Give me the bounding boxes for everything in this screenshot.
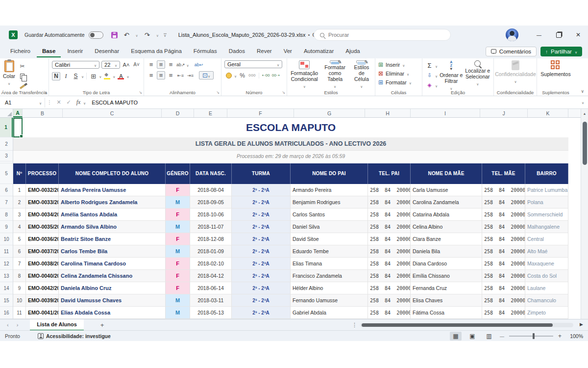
cell-processo[interactable]: EMO-0038/202 — [26, 258, 59, 269]
cell-n[interactable]: 1 — [13, 184, 26, 196]
table-row[interactable]: 9EMO-0042/202Daniela Albino CruzF2018-06… — [13, 282, 568, 294]
cell-bairro[interactable]: Zimpeto — [525, 307, 568, 318]
row-header-16[interactable]: 16 — [0, 307, 13, 319]
cell-processo[interactable]: EMO-0036/202 — [26, 233, 59, 245]
cell-nome-completo-do-aluno[interactable]: Daniela Albino Cruz — [59, 282, 166, 294]
cell-nome-completo-do-aluno[interactable]: Beatriz Sitoe Banze — [59, 233, 166, 245]
cell-processo[interactable]: EMO-0042/202 — [26, 282, 59, 294]
cell-data-nasc[interactable]: 2018-10-06 — [190, 209, 232, 220]
row-header-10[interactable]: 10 — [0, 233, 13, 245]
search-input[interactable]: Procurar — [314, 29, 451, 41]
cell-ge-nero[interactable]: F — [166, 270, 190, 282]
expand-formula-bar-icon[interactable] — [582, 100, 584, 105]
table-row[interactable]: 7EMO-0038/202Carolina Timana CardosoF201… — [13, 258, 568, 270]
align-middle-icon[interactable] — [157, 60, 165, 69]
cell-tel-pai[interactable]: 258 84 200003 — [368, 221, 411, 233]
cell-bairro[interactable]: Chamanculo — [525, 294, 568, 306]
redo-dropdown-icon[interactable] — [156, 32, 159, 38]
cell-tel-pai[interactable]: 258 84 200003 — [368, 245, 411, 257]
row-header-15[interactable]: 15 — [0, 294, 13, 307]
decrease-decimal-icon[interactable] — [271, 71, 280, 79]
number-format-select[interactable]: Geral — [224, 60, 282, 68]
cell-processo[interactable]: EMO-0041/202 — [26, 307, 59, 318]
cell-data-nasc[interactable]: 2018-04-12 — [190, 270, 232, 282]
close-button[interactable] — [568, 26, 588, 44]
user-avatar[interactable] — [506, 28, 518, 41]
table-row[interactable]: 6EMO-0037/202Carlos Tembe BilaM2018-01-0… — [13, 245, 568, 258]
cell-bairro[interactable]: Central — [525, 233, 568, 245]
cell-bairro[interactable]: Alto Maé — [525, 245, 568, 257]
cell-nome-do-pai[interactable]: Elias Timana — [291, 258, 368, 269]
horizontal-scrollbar[interactable] — [360, 323, 573, 327]
ribbon-tab-rever[interactable]: Rever — [251, 46, 277, 57]
column-header-h[interactable]: H — [365, 109, 411, 117]
ribbon-tab-ver[interactable]: Ver — [278, 46, 297, 57]
share-button[interactable]: Partilhar — [540, 47, 582, 56]
column-header-g[interactable]: G — [294, 109, 365, 117]
cell-nome-completo-do-aluno[interactable]: Adriana Pereira Uamusse — [59, 184, 166, 196]
comma-style-icon[interactable] — [248, 71, 256, 79]
ribbon-tab-dados[interactable]: Dados — [223, 46, 250, 57]
scroll-right-icon[interactable] — [580, 322, 583, 327]
ribbon-tab-esquema-da-pa-gina[interactable]: Esquema da Página — [125, 46, 187, 57]
cell-nome-do-pai[interactable]: David Sitoe — [291, 233, 368, 245]
cell-turma[interactable]: 2ª - 2ªA — [232, 196, 291, 208]
cell-n[interactable]: 6 — [13, 245, 26, 257]
cell-data-nasc[interactable]: 2018-12-08 — [190, 233, 232, 245]
cell-ge-nero[interactable]: M — [166, 245, 190, 257]
formula-bar-drag-icon[interactable]: ⋮ — [47, 100, 52, 105]
cell-n[interactable]: 9 — [13, 282, 26, 294]
cell-nome-do-pai[interactable]: Daniel Silva — [291, 221, 368, 233]
cell-tel-pai[interactable]: 258 84 200003 — [368, 184, 411, 196]
font-dialog-launcher-icon[interactable] — [139, 90, 142, 95]
zoom-slider-thumb[interactable] — [533, 333, 535, 339]
table-row[interactable]: 5EMO-0036/202Beatriz Sitoe BanzeF2018-12… — [13, 233, 568, 245]
horizontal-scrollbar-thumb[interactable] — [362, 323, 553, 327]
row-header-3[interactable]: 3 — [0, 151, 13, 161]
align-top-icon[interactable] — [147, 60, 155, 69]
cell-turma[interactable]: 2ª - 2ªA — [232, 184, 291, 196]
cell-n[interactable]: 2 — [13, 196, 26, 208]
cell-ge-nero[interactable]: M — [166, 307, 190, 318]
cell-data-nasc[interactable]: 2018-11-07 — [190, 221, 232, 233]
align-left-icon[interactable] — [147, 71, 155, 79]
next-sheet-icon[interactable]: › — [17, 322, 19, 328]
restore-button[interactable] — [549, 26, 568, 44]
cell-bairro[interactable]: Maxaquene — [525, 258, 568, 269]
font-size-select[interactable]: 22 — [101, 61, 120, 69]
cell-nome-da-ma-e[interactable]: Diana Cardoso — [411, 258, 482, 269]
zoom-slider[interactable] — [509, 336, 553, 337]
row-header-6[interactable]: 6 — [0, 184, 13, 196]
cell-tel-pai[interactable]: 258 84 200003 — [368, 233, 411, 245]
row-header-7[interactable]: 7 — [0, 196, 13, 209]
selected-cell-a1[interactable] — [13, 118, 23, 137]
sheet-tab-lista-de-alunos[interactable]: Lista de Alunos — [30, 319, 84, 331]
cell-tel-ma-e[interactable]: 258 84 200003 — [482, 184, 525, 196]
sensitivity-button[interactable]: Confidencialidade — [497, 60, 534, 84]
cell-tel-ma-e[interactable]: 258 84 200003 — [482, 233, 525, 245]
align-center-icon[interactable] — [157, 71, 165, 79]
autosum-icon[interactable] — [425, 61, 434, 70]
cell-processo[interactable]: EMO-0037/202 — [26, 245, 59, 257]
font-color-icon[interactable] — [117, 72, 125, 80]
row-header-9[interactable]: 9 — [0, 221, 13, 233]
page-layout-view-icon[interactable] — [466, 332, 478, 341]
sheet-tab-options-icon[interactable]: ⋮ — [352, 322, 357, 328]
cell-nome-do-pai[interactable]: Armando Pereira — [291, 184, 368, 196]
confirm-entry-icon[interactable]: ✓ — [64, 99, 74, 105]
accessibility-status[interactable]: Acessibilidade: investigue — [38, 333, 111, 339]
cell-nome-do-pai[interactable]: Eduardo Tembe — [291, 245, 368, 257]
accounting-format-icon[interactable] — [224, 71, 233, 79]
cell-turma[interactable]: 2ª - 2ªA — [232, 294, 291, 306]
format-cells-button[interactable]: Formatar — [378, 78, 419, 87]
borders-icon[interactable] — [89, 72, 98, 80]
cell-ge-nero[interactable]: M — [166, 294, 190, 306]
cell-nome-completo-do-aluno[interactable]: Celina Zandamela Chissano — [59, 270, 166, 282]
save-icon[interactable] — [111, 32, 118, 38]
cell-ge-nero[interactable]: M — [166, 221, 190, 233]
cell-tel-pai[interactable]: 258 84 200003 — [368, 196, 411, 208]
cell-nome-completo-do-aluno[interactable]: Carolina Timana Cardoso — [59, 258, 166, 269]
prev-sheet-icon[interactable]: ‹ — [7, 322, 9, 328]
scroll-up-icon[interactable] — [581, 109, 588, 118]
clear-icon[interactable] — [425, 81, 434, 89]
